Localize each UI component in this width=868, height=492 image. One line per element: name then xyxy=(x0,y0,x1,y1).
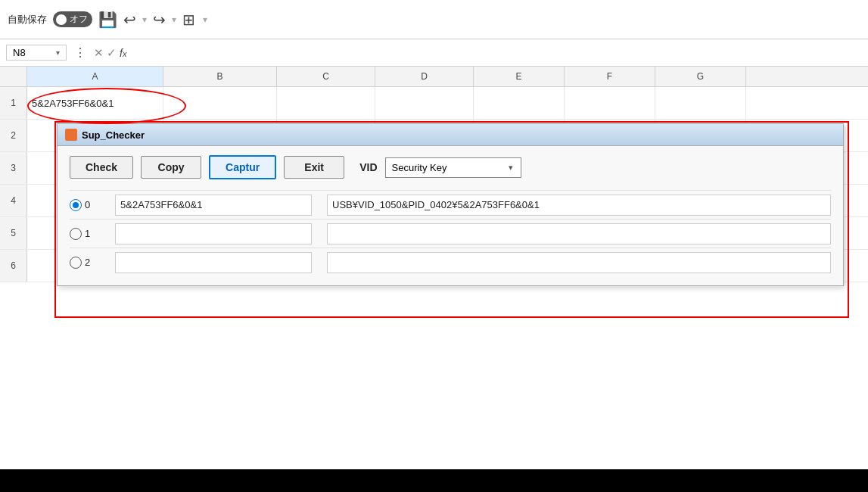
formula-dots[interactable]: ⋮ xyxy=(71,45,89,60)
undo-icon[interactable]: ↩ xyxy=(123,11,136,29)
button-row: Check Copy Captur Exit VID Security Key … xyxy=(70,155,831,179)
row-header-3[interactable]: 3 xyxy=(0,152,27,184)
radio-col-2: 2 xyxy=(70,257,115,269)
data-col1-2[interactable] xyxy=(115,252,312,273)
sup-checker-dialog: Sup_Checker Check Copy Captur Exit VID S… xyxy=(57,123,844,286)
col-header-f[interactable]: F xyxy=(565,67,655,86)
cell-b1[interactable] xyxy=(163,87,277,119)
cell-d1[interactable] xyxy=(375,87,474,119)
toggle-circle xyxy=(56,14,67,25)
formula-cancel[interactable]: ✕ xyxy=(94,46,104,60)
formula-confirm[interactable]: ✓ xyxy=(107,46,117,60)
radio-button-2[interactable] xyxy=(70,257,82,269)
formula-actions: ✕ ✓ fx xyxy=(94,46,126,60)
undo-dropdown[interactable]: ▾ xyxy=(142,14,147,25)
toolbar: 自動保存 オフ 💾 ↩ ▾ ↪ ▾ ⊞ ▾ xyxy=(0,0,868,39)
row-header-1[interactable]: 1 xyxy=(0,87,27,119)
sup-checker-titlebar: Sup_Checker xyxy=(58,124,843,146)
cell-f1[interactable] xyxy=(565,87,655,119)
formula-input[interactable] xyxy=(131,45,862,60)
cell-g1[interactable] xyxy=(655,87,746,119)
corner-cell xyxy=(0,67,27,86)
radio-label-0: 0 xyxy=(85,199,90,210)
vid-dropdown-value: Security Key xyxy=(392,162,447,173)
formula-fx[interactable]: fx xyxy=(120,47,126,59)
col-header-c[interactable]: C xyxy=(277,67,375,86)
grid-dropdown[interactable]: ▾ xyxy=(203,14,207,25)
vid-label: VID xyxy=(359,161,377,173)
radio-dot-0 xyxy=(73,202,79,208)
cell-c1[interactable] xyxy=(277,87,375,119)
radio-col-1: 1 xyxy=(70,228,115,240)
col-header-g[interactable]: G xyxy=(655,67,746,86)
row-header-2[interactable]: 2 xyxy=(0,120,27,151)
vid-dropdown[interactable]: Security Key ▾ xyxy=(385,157,521,178)
captur-button[interactable]: Captur xyxy=(209,155,276,179)
col-header-a[interactable]: A xyxy=(27,67,163,86)
table-row: 1 5&2A753FF6&0&1 xyxy=(0,87,868,120)
cell-a1[interactable]: 5&2A753FF6&0&1 xyxy=(27,87,163,119)
grid-area: A B C D E F G 1 5&2A753FF6&0&1 2 xyxy=(0,67,868,469)
list-item: 0 5&2A753FF6&0&1 USB¥VID_1050&PID_0402¥5… xyxy=(70,190,831,219)
row-header-6[interactable]: 6 xyxy=(0,250,27,282)
redo-icon[interactable]: ↪ xyxy=(153,11,166,29)
sup-checker-title-text: Sup_Checker xyxy=(82,129,145,141)
copy-button[interactable]: Copy xyxy=(141,156,201,179)
row-header-4[interactable]: 4 xyxy=(0,185,27,216)
bottom-bar xyxy=(0,469,868,492)
row-header-5[interactable]: 5 xyxy=(0,217,27,249)
col-header-b[interactable]: B xyxy=(163,67,277,86)
sup-checker-icon xyxy=(65,129,77,141)
radio-label-1: 1 xyxy=(85,228,90,239)
excel-window: 自動保存 オフ 💾 ↩ ▾ ↪ ▾ ⊞ ▾ N8 ▾ ⋮ ✕ ✓ fx A B xyxy=(0,0,868,469)
col-headers: A B C D E F G xyxy=(0,67,868,87)
cell-ref-value: N8 xyxy=(13,47,26,58)
radio-button-0[interactable] xyxy=(70,199,82,211)
data-col2-1[interactable] xyxy=(327,223,831,244)
redo-dropdown[interactable]: ▾ xyxy=(172,14,176,25)
col-header-e[interactable]: E xyxy=(474,67,565,86)
check-button[interactable]: Check xyxy=(70,156,133,179)
data-col1-1[interactable] xyxy=(115,223,312,244)
data-col2-0[interactable]: USB¥VID_1050&PID_0402¥5&2A753FF6&0&1 xyxy=(327,195,831,216)
grid-icon[interactable]: ⊞ xyxy=(182,11,195,29)
radio-col-0: 0 xyxy=(70,199,115,211)
toggle-state: オフ xyxy=(70,13,88,26)
save-icon[interactable]: 💾 xyxy=(98,11,117,29)
cell-ref-box[interactable]: N8 ▾ xyxy=(6,45,67,61)
list-item: 2 xyxy=(70,248,831,276)
formula-bar: N8 ▾ ⋮ ✕ ✓ fx xyxy=(0,39,868,67)
radio-label-2: 2 xyxy=(85,257,90,268)
exit-button[interactable]: Exit xyxy=(284,156,344,179)
col-header-d[interactable]: D xyxy=(375,67,474,86)
autosave-toggle[interactable]: オフ xyxy=(53,11,92,27)
data-col2-2[interactable] xyxy=(327,252,831,273)
cell-e1[interactable] xyxy=(474,87,565,119)
radio-button-1[interactable] xyxy=(70,228,82,240)
sup-checker-body: Check Copy Captur Exit VID Security Key … xyxy=(58,146,843,285)
chevron-down-icon: ▾ xyxy=(509,163,513,173)
cell-ref-chevron: ▾ xyxy=(56,48,60,57)
data-col1-0[interactable]: 5&2A753FF6&0&1 xyxy=(115,195,312,216)
data-rows: 0 5&2A753FF6&0&1 USB¥VID_1050&PID_0402¥5… xyxy=(70,190,831,276)
autosave-label: 自動保存 xyxy=(8,13,47,26)
list-item: 1 xyxy=(70,219,831,248)
